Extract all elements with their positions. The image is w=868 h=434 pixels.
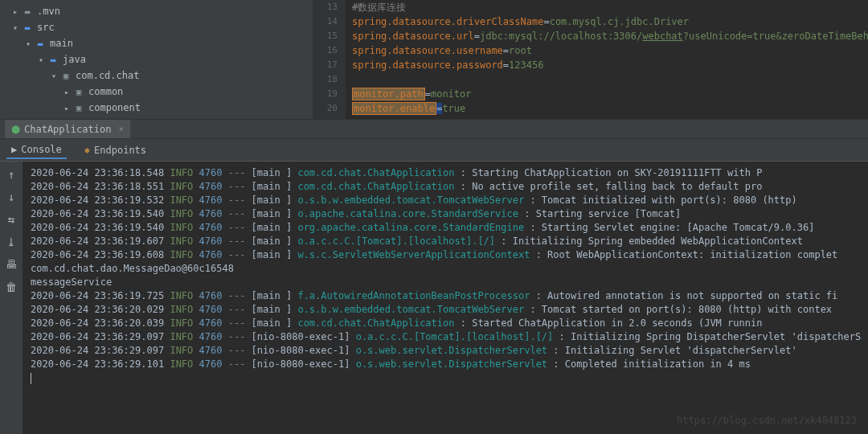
run-icon: ⬤ xyxy=(11,125,20,133)
tree-item-config[interactable]: ▸▣ᄼᄼᄼfigurationᄼᄼᄼ xyxy=(0,116,313,119)
folder-icon: ▬ xyxy=(47,53,59,66)
code-content[interactable]: #数据库连接 spring.datasource.driverClassName… xyxy=(346,0,868,119)
tree-item-main[interactable]: ▾▬main xyxy=(0,35,313,51)
run-tab-bar: ⬤ ChatApplication × xyxy=(0,119,868,139)
chevron-down-icon: ▾ xyxy=(11,23,19,32)
chevron-down-icon: ▾ xyxy=(37,55,45,64)
endpoints-icon: ⎈ xyxy=(84,145,90,156)
chevron-right-icon: ▸ xyxy=(63,104,71,113)
folder-icon: ▬ xyxy=(21,5,34,18)
watermark: https://blog.csdn.net/xk4848123 xyxy=(677,415,857,426)
package-icon: ▣ xyxy=(72,101,85,114)
package-icon: ▣ xyxy=(72,117,85,119)
down-icon[interactable]: ↓ xyxy=(8,190,14,203)
project-tree[interactable]: ▸▬.mvn ▾▬src ▾▬main ▾▬java ▾▣com.cd.chat… xyxy=(0,0,313,119)
tree-item-common[interactable]: ▸▣common xyxy=(0,84,313,100)
tree-item-package[interactable]: ▾▣com.cd.chat xyxy=(0,68,313,84)
code-editor[interactable]: 1314151617181920 #数据库连接 spring.datasourc… xyxy=(313,0,868,119)
print-icon[interactable]: 🖶 xyxy=(6,258,17,271)
line-gutter: 1314151617181920 xyxy=(313,0,346,119)
tree-item-src[interactable]: ▾▬src xyxy=(0,19,313,35)
wrap-icon[interactable]: ⇆ xyxy=(8,213,14,226)
chevron-right-icon: ▸ xyxy=(11,7,19,16)
up-icon[interactable]: ↑ xyxy=(8,168,14,181)
tab-endpoints[interactable]: ⎈Endpoints xyxy=(80,142,151,158)
folder-icon: ▬ xyxy=(21,21,34,34)
console-icon: ▶ xyxy=(11,144,17,155)
package-icon: ▣ xyxy=(59,69,72,82)
console-toolbar: ↑ ↓ ⇆ ⤓ 🖶 🗑 xyxy=(0,162,23,434)
tab-label: ChatApplication xyxy=(24,124,111,135)
chevron-down-icon: ▾ xyxy=(24,39,32,48)
tree-item-component[interactable]: ▸▣component xyxy=(0,100,313,116)
scroll-icon[interactable]: ⤓ xyxy=(6,235,16,248)
folder-icon: ▬ xyxy=(34,37,47,50)
close-icon[interactable]: × xyxy=(118,124,124,134)
tab-chatapplication[interactable]: ⬤ ChatApplication × xyxy=(5,120,130,138)
run-subtab-bar: ▶Console ⎈Endpoints xyxy=(0,139,868,162)
package-icon: ▣ xyxy=(72,85,85,98)
console-output[interactable]: 2020-06-24 23:36:18.548 INFO 4760 --- [m… xyxy=(23,162,868,434)
tree-item-mvn[interactable]: ▸▬.mvn xyxy=(0,3,313,19)
tree-item-java[interactable]: ▾▬java xyxy=(0,51,313,68)
trash-icon[interactable]: 🗑 xyxy=(6,280,17,293)
chevron-right-icon: ▸ xyxy=(63,88,71,96)
chevron-down-icon: ▾ xyxy=(50,72,58,80)
tab-console[interactable]: ▶Console xyxy=(6,141,67,159)
